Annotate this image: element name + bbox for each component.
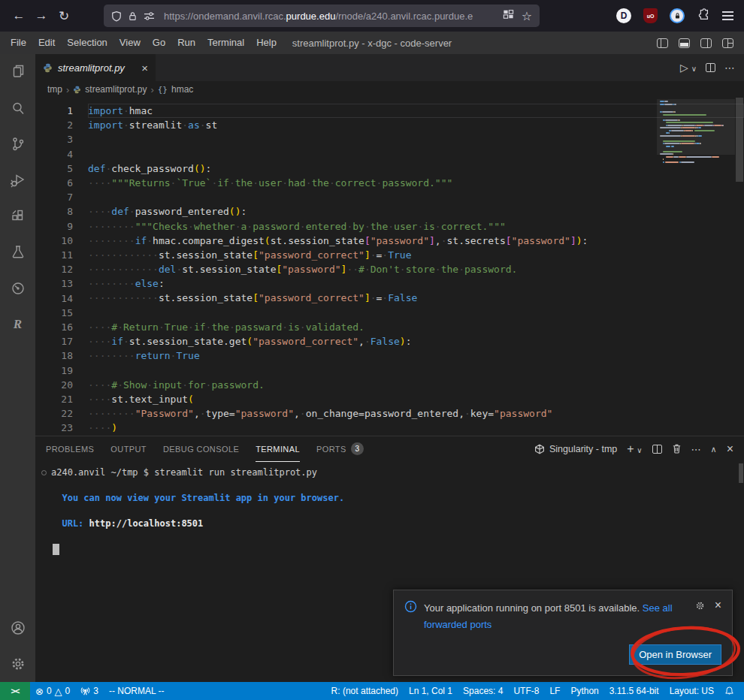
code-line-16[interactable]: ····#·Return·True·if·the·passward·is·val… [88,320,744,334]
code-editor[interactable]: 123456789101112131415161718192021222324 … [35,98,744,436]
open-in-browser-button[interactable]: Open in Browser [629,644,721,665]
notification-settings-gear-icon[interactable] [694,600,706,614]
customize-layout-icon[interactable] [722,38,733,48]
code-line-22[interactable]: ········"Password",·type="password",·on_… [88,406,744,421]
maximize-panel-icon[interactable]: ∧ [711,445,717,454]
breadcrumb-file[interactable]: streamlitprot.py [85,84,147,95]
code-line-13[interactable]: ········else: [88,276,744,291]
menu-file[interactable]: File [5,32,32,54]
code-line-10[interactable]: ········if·hmac.compare_digest(st.sessio… [88,234,744,248]
breadcrumb-symbol[interactable]: hmac [171,84,193,95]
code-line-1[interactable]: import·hmac [88,104,744,118]
split-terminal-icon[interactable] [652,445,662,454]
code-line-4[interactable] [88,147,744,161]
code-line-6[interactable]: ····"""Returns·`True`·if·the·user·had·th… [88,176,744,190]
code-line-15[interactable] [88,306,744,320]
breadcrumb-folder[interactable]: tmp [47,84,62,95]
run-debug-icon[interactable] [0,162,35,198]
new-terminal-icon[interactable]: + ∨ [627,442,642,456]
url-bar[interactable]: https://ondemand.anvil.rcac.purdue.edu/r… [104,5,540,27]
terminal-profile[interactable]: Singularity - tmp [534,444,617,454]
settings-gear-icon[interactable] [0,646,35,682]
code-line-5[interactable]: def·check_password(): [88,161,744,176]
panel-tab-ports[interactable]: PORTS3 [316,436,364,462]
minimap[interactable] [660,101,732,164]
status-vim-mode[interactable]: -- NORMAL -- [104,682,170,700]
status-r-status[interactable]: R: (not attached) [326,682,404,700]
kill-terminal-icon[interactable] [672,443,682,456]
menu-selection[interactable]: Selection [61,32,113,54]
menu-run[interactable]: Run [171,32,201,54]
code-line-17[interactable]: ····if·st.session_state.get("password_co… [88,334,744,348]
explorer-icon[interactable] [0,54,35,90]
resource-monitor-icon[interactable] [0,270,35,306]
code-line-8[interactable]: ····def·password_entered(): [88,204,744,219]
status-eol[interactable]: LF [544,682,565,700]
extension-d-icon[interactable]: D [616,8,631,23]
browser-reload-button[interactable]: ↻ [53,5,75,27]
status-notifications-bell[interactable] [719,682,739,700]
toggle-secondary-sidebar-icon[interactable] [700,38,712,48]
source-control-icon[interactable] [0,126,35,162]
menu-help[interactable]: Help [250,32,283,54]
permissions-icon[interactable] [144,11,155,21]
browser-menu-icon[interactable] [722,9,733,23]
code-line-7[interactable] [88,190,744,204]
https-lock-icon[interactable] [128,11,138,22]
status-cursor-position[interactable]: Ln 1, Col 1 [404,682,458,700]
tracking-protection-shield-icon[interactable] [111,11,122,22]
menu-edit[interactable]: Edit [32,32,61,54]
tab-streamlitprot[interactable]: streamlitprot.py × [35,54,156,81]
r-extension-icon[interactable]: R [0,306,35,342]
panel-tab-terminal[interactable]: TERMINAL [256,436,300,462]
terminal-scrollbar[interactable] [739,463,743,483]
panel-tab-debug-console[interactable]: DEBUG CONSOLE [163,436,239,462]
menu-terminal[interactable]: Terminal [201,32,250,54]
code-line-9[interactable]: ········"""Checks·whether·a·password·ent… [88,219,744,234]
status-language-mode[interactable]: Python [565,682,603,700]
extensions-icon[interactable] [0,198,35,234]
testing-beaker-icon[interactable] [0,234,35,270]
extensions-puzzle-icon[interactable] [697,8,710,24]
search-icon[interactable] [0,90,35,126]
menu-view[interactable]: View [113,32,147,54]
code-line-14[interactable]: ············st.session_state["password_c… [88,291,744,305]
run-python-file-icon[interactable]: ▷ ∨ [680,62,697,74]
status-encoding[interactable]: UTF-8 [508,682,544,700]
split-editor-icon[interactable] [706,63,715,72]
notification-close-icon[interactable]: × [715,600,721,611]
code-line-20[interactable]: ····#·Show·input·for·password. [88,378,744,392]
status-keyboard-layout[interactable]: Layout: US [664,682,719,700]
status-indentation[interactable]: Spaces: 4 [458,682,508,700]
toggle-panel-icon[interactable] [679,38,690,48]
browser-back-button[interactable]: ← [8,5,30,27]
pip-grid-icon[interactable] [503,9,514,23]
code-line-18[interactable]: ········return·True [88,348,744,363]
code-area[interactable]: import·hmacimport·streamlit·as·stdef·che… [88,98,744,436]
ublock-origin-icon[interactable]: uO [643,8,658,23]
panel-tab-problems[interactable]: PROBLEMS [46,436,94,462]
code-line-21[interactable]: ····st.text_input( [88,392,744,406]
url-text[interactable]: https://ondemand.anvil.rcac.purdue.edu/r… [164,11,497,22]
code-line-11[interactable]: ············st.session_state["password_c… [88,248,744,262]
remote-indicator[interactable]: >< [0,682,30,700]
code-line-23[interactable]: ····) [88,421,744,435]
status-python-version[interactable]: 3.11.5 64-bit [604,682,664,700]
bookmark-star-icon[interactable]: ☆ [522,9,532,23]
minimap-slider[interactable] [657,99,735,155]
code-line-19[interactable] [88,363,744,377]
close-panel-icon[interactable]: × [727,442,733,456]
status-forwarded-ports[interactable]: 3 [75,682,104,700]
editor-scrollbar[interactable] [735,98,744,436]
command-decoration-icon[interactable] [41,470,47,475]
panel-more-actions-icon[interactable]: ⋯ [691,444,701,455]
extension-lock-icon[interactable] [670,8,685,23]
menu-go[interactable]: Go [147,32,171,54]
editor-more-actions-icon[interactable]: ⋯ [724,62,735,74]
panel-tab-output[interactable]: OUTPUT [110,436,147,462]
tab-close-icon[interactable]: × [141,62,148,74]
toggle-sidebar-icon[interactable] [657,38,668,48]
browser-forward-button[interactable]: → [30,5,53,27]
code-line-12[interactable]: ············del·st.session_state["passwo… [88,262,744,276]
code-line-3[interactable] [88,132,744,146]
